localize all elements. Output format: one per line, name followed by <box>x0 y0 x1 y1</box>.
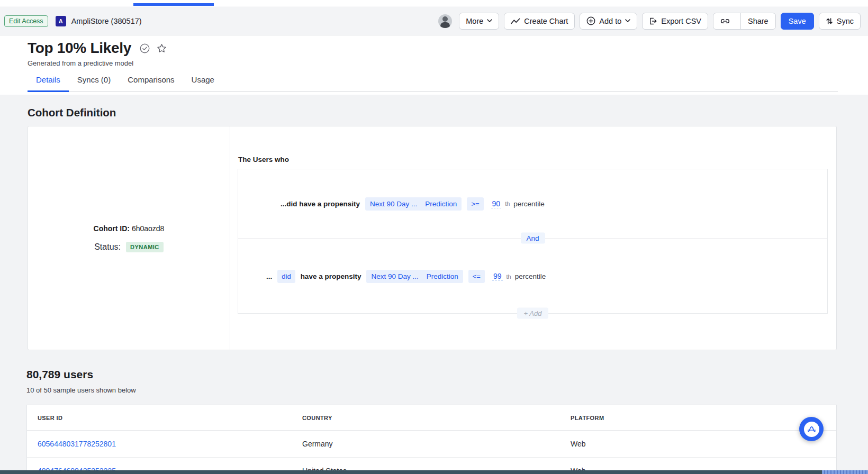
toolbar-right: More Create Chart Add to Export CSV Sh <box>438 13 864 30</box>
save-button[interactable]: Save <box>781 13 814 30</box>
tab-bar: Details Syncs (0) Comparisons Usage <box>28 75 838 92</box>
col-header-country: COUNTRY <box>302 415 571 421</box>
users-sample-note: 10 of 50 sample users shown below <box>26 386 136 394</box>
clause2-verb-select[interactable]: did <box>277 270 295 283</box>
table-header-row: USER ID COUNTRY PLATFORM <box>27 405 836 431</box>
chevron-down-icon <box>487 19 492 23</box>
sync-button[interactable]: Sync <box>819 13 861 30</box>
definition-panel: The Users who ...did have a propensity N… <box>231 126 836 350</box>
platform-cell: Web <box>571 440 836 448</box>
sync-arrows-icon <box>826 17 833 25</box>
clause2-operator-select[interactable]: <= <box>468 270 485 283</box>
avatar-torso <box>440 22 450 28</box>
tab-usage[interactable]: Usage <box>183 75 223 91</box>
more-button[interactable]: More <box>459 13 499 30</box>
verified-check-icon <box>140 43 150 53</box>
clause1-unit: percentile <box>513 200 545 208</box>
clause2-unit-small: th <box>507 274 511 280</box>
toolbar: Edit Access A AmpliStore (380517) More C… <box>0 7 868 35</box>
clause2-unit: percentile <box>515 272 546 280</box>
avatar-head <box>442 16 448 22</box>
page-subtitle: Generated from a predictive model <box>28 59 868 67</box>
copy-link-button[interactable] <box>713 13 737 29</box>
clause2-text: have a propensity <box>301 272 361 280</box>
clause2-property-select[interactable]: Next 90 Day ... Prediction <box>366 270 463 283</box>
page-title: Top 10% Likely <box>28 40 131 57</box>
clause2-value-input[interactable]: 99 <box>492 272 503 281</box>
org-name[interactable]: AmpliStore (380517) <box>71 17 142 25</box>
line-chart-icon <box>511 18 520 24</box>
country-cell: Germany <box>302 440 571 448</box>
col-header-user-id: USER ID <box>38 415 302 421</box>
amplitude-logo-icon <box>804 422 819 437</box>
bottom-bar <box>0 470 868 474</box>
status-badge: DYNAMIC <box>126 242 164 252</box>
tab-comparisons[interactable]: Comparisons <box>119 75 183 91</box>
export-csv-button[interactable]: Export CSV <box>642 13 708 30</box>
col-header-platform: PLATFORM <box>571 415 836 421</box>
more-label: More <box>466 17 483 25</box>
clause1-value-input[interactable]: 90 <box>491 199 502 208</box>
export-icon <box>649 17 657 25</box>
content: Cohort Definition Cohort ID: 6h0aozd8 St… <box>0 95 868 474</box>
users-who-label: The Users who <box>238 156 289 163</box>
tab-syncs[interactable]: Syncs (0) <box>69 75 119 91</box>
clause1-unit-small: th <box>505 200 510 207</box>
org-avatar[interactable]: A <box>56 16 66 26</box>
toolbar-left: Edit Access A AmpliStore (380517) <box>4 15 142 27</box>
clause1-property-select[interactable]: Next 90 Day ... Prediction <box>365 197 462 211</box>
tab-details[interactable]: Details <box>28 75 69 92</box>
share-button[interactable]: Share <box>740 13 775 29</box>
create-chart-label: Create Chart <box>524 17 568 25</box>
title-row: Top 10% Likely <box>28 40 868 57</box>
clause1-property[interactable]: Next 90 Day ... <box>370 200 417 208</box>
cohort-definition-card: Cohort ID: 6h0aozd8 Status: DYNAMIC The … <box>28 126 837 350</box>
amplitude-fab-button[interactable] <box>799 417 824 441</box>
clause2-dots: ... <box>266 272 272 280</box>
clause1-prefix: ...did have a propensity <box>281 200 360 208</box>
clause-box: ...did have a propensity Next 90 Day ...… <box>238 169 828 314</box>
status-label: Status: <box>94 242 121 252</box>
cohort-meta-panel: Cohort ID: 6h0aozd8 Status: DYNAMIC <box>28 126 230 350</box>
clause2-property[interactable]: Next 90 Day ... <box>371 272 418 280</box>
clause1-property2[interactable]: Prediction <box>425 200 457 208</box>
clause-row-1: ...did have a propensity Next 90 Day ...… <box>238 169 827 238</box>
chevron-down-icon <box>625 19 630 23</box>
link-icon <box>720 17 730 25</box>
create-chart-button[interactable]: Create Chart <box>504 13 575 30</box>
bottom-bar-progress <box>822 470 868 474</box>
cohort-status: Status: DYNAMIC <box>94 242 164 252</box>
user-id-link[interactable]: 6056448031778252801 <box>38 440 302 448</box>
add-to-label: Add to <box>599 17 621 25</box>
sync-label: Sync <box>837 17 854 25</box>
section-title: Cohort Definition <box>28 106 116 119</box>
cohort-id-value: 6h0aozd8 <box>132 224 165 233</box>
browser-top-strip <box>0 0 868 6</box>
circle-plus-icon <box>586 16 595 25</box>
screen: Edit Access A AmpliStore (380517) More C… <box>0 0 868 474</box>
users-table: USER ID COUNTRY PLATFORM 605644803177825… <box>26 405 837 474</box>
clause-row-2: ... did have a propensity Next 90 Day ..… <box>238 239 827 314</box>
users-count: 80,789 users <box>26 368 93 381</box>
cohort-id-label: Cohort ID: <box>94 224 130 233</box>
table-row: 6056448031778252801 Germany Web <box>27 431 836 457</box>
clause2-property2[interactable]: Prediction <box>427 272 458 280</box>
loading-bar <box>133 3 214 6</box>
favorite-star-icon[interactable] <box>157 43 167 53</box>
add-to-button[interactable]: Add to <box>580 13 637 30</box>
title-block: Top 10% Likely Generated from a predicti… <box>0 36 868 95</box>
cohort-id: Cohort ID: 6h0aozd8 <box>94 224 165 233</box>
user-avatar[interactable] <box>438 14 452 28</box>
add-clause-button[interactable]: + Add <box>517 308 549 319</box>
export-csv-label: Export CSV <box>661 17 701 25</box>
share-split-button: Share <box>713 13 776 30</box>
edit-access-badge[interactable]: Edit Access <box>4 15 48 27</box>
clause1-operator-select[interactable]: >= <box>467 197 483 211</box>
